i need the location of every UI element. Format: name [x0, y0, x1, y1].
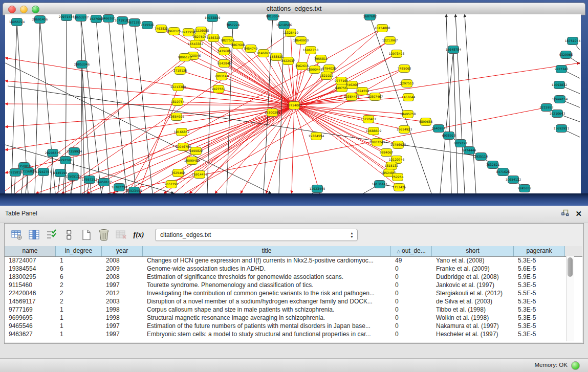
graph-node[interactable]: 12213967: [382, 37, 398, 45]
column-header-name[interactable]: name: [5, 246, 56, 256]
graph-node[interactable]: 10653287: [73, 14, 89, 21]
table-row[interactable]: 1872400712008Changes of HCN gene express…: [5, 256, 565, 265]
graph-edge[interactable]: [440, 50, 453, 193]
graph-node[interactable]: 7485063: [398, 65, 411, 73]
table-row[interactable]: 969969511998Structural magnetic resonanc…: [5, 314, 565, 322]
graph-node[interactable]: 9245652: [518, 185, 532, 192]
graph-node[interactable]: 2687682: [363, 14, 377, 20]
graph-node[interactable]: 8454749: [244, 45, 258, 53]
graph-edge[interactable]: [370, 16, 431, 193]
graph-node[interactable]: 19166852: [174, 128, 190, 136]
scrollbar-thumb[interactable]: [568, 257, 573, 277]
column-header-short[interactable]: short: [432, 246, 514, 256]
graph-node[interactable]: 1810754: [171, 98, 185, 106]
graph-node[interactable]: 6938923: [442, 132, 456, 140]
graph-edge[interactable]: [5, 81, 294, 105]
graph-node[interactable]: 9242845: [217, 60, 231, 68]
graph-node[interactable]: 7857224: [226, 21, 240, 29]
graph-node[interactable]: 18640910: [293, 37, 309, 45]
table-row[interactable]: 911546021997Tourette syndrome. Phenomeno…: [5, 281, 565, 289]
graph-edge[interactable]: [81, 64, 82, 193]
float-window-icon[interactable]: [561, 209, 569, 218]
graph-edge[interactable]: [35, 19, 40, 193]
graph-node[interactable]: 12942757: [36, 168, 52, 176]
network-view[interactable]: 1405572420691406209714361065328715276026…: [5, 14, 581, 193]
graph-node[interactable]: 10990448: [307, 66, 323, 74]
graph-node[interactable]: 9499822: [189, 147, 203, 155]
graph-node[interactable]: 6466160: [102, 15, 116, 23]
graph-node[interactable]: 1463644: [402, 94, 416, 101]
graph-node[interactable]: 5479685: [217, 48, 231, 55]
graph-edge[interactable]: [465, 14, 476, 193]
row-height-icon[interactable]: [62, 228, 76, 242]
graph-node[interactable]: 11325419: [283, 29, 299, 37]
graph-node[interactable]: 746266: [346, 81, 358, 89]
graph-node[interactable]: 2803144: [215, 73, 229, 80]
graph-node[interactable]: 9827505: [193, 33, 207, 41]
graph-edge[interactable]: [294, 50, 311, 105]
graph-node[interactable]: 8471626: [496, 168, 510, 176]
table-row[interactable]: 946554611997Estimation of the future num…: [5, 322, 565, 330]
graph-node[interactable]: 16154808: [375, 25, 390, 32]
graph-node[interactable]: 16210643: [550, 110, 565, 118]
graph-edge[interactable]: [453, 50, 458, 193]
column-header-year[interactable]: year: [102, 246, 143, 256]
graph-node[interactable]: 15720407: [361, 116, 377, 123]
vertical-scrollbar[interactable]: [566, 256, 574, 341]
graph-node[interactable]: 20853346: [74, 61, 90, 69]
graph-node[interactable]: 19756928: [390, 141, 406, 149]
graph-edge[interactable]: [123, 40, 390, 193]
graph-node[interactable]: 9884067: [380, 149, 394, 157]
graph-edge[interactable]: [11, 22, 17, 193]
graph-node[interactable]: 1297510: [400, 80, 414, 87]
graph-node[interactable]: 12213389: [170, 83, 186, 91]
graph-node[interactable]: 8813054: [266, 14, 280, 20]
graph-node[interactable]: 2867608: [231, 41, 245, 49]
graph-node[interactable]: 19218506: [276, 21, 292, 29]
graph-node[interactable]: 12505115: [66, 173, 81, 181]
graph-node[interactable]: 19654923: [397, 126, 412, 134]
graph-node[interactable]: 16648784: [446, 46, 462, 54]
table-row[interactable]: 1456911722003Disruption of a novel membe…: [5, 297, 565, 305]
graph-node[interactable]: 9794028: [322, 65, 336, 73]
graph-node[interactable]: 9427552: [212, 85, 226, 93]
graph-node[interactable]: 1640954: [432, 125, 446, 133]
graph-node[interactable]: 10654112: [506, 176, 521, 184]
graph-node[interactable]: 7632621: [486, 161, 500, 169]
graph-node[interactable]: 3824554: [356, 87, 369, 95]
graph-node[interactable]: 20971436: [59, 14, 75, 21]
function-builder-icon[interactable]: f(x): [132, 228, 146, 242]
graph-node[interactable]: 6879197: [454, 140, 468, 147]
graph-node[interactable]: 17359924: [67, 148, 82, 156]
graph-node[interactable]: 16961758: [303, 47, 319, 54]
graph-node[interactable]: 14136141: [372, 181, 388, 188]
graph-edge[interactable]: [113, 105, 294, 193]
graph-node[interactable]: 7625402: [171, 169, 185, 177]
show-column-icon[interactable]: [27, 228, 41, 242]
network-window-titlebar[interactable]: citations_edges.txt: [3, 3, 585, 15]
graph-node[interactable]: 8960125: [167, 28, 181, 35]
graph-node[interactable]: 20691406: [32, 16, 48, 24]
network-svg[interactable]: 1405572420691406209714361065328715276026…: [5, 14, 581, 193]
graph-node[interactable]: 1527602: [90, 15, 103, 23]
graph-node[interactable]: 9899685: [419, 118, 433, 126]
graph-node[interactable]: 3915813: [9, 169, 23, 177]
graph-node[interactable]: 12923445: [310, 185, 325, 193]
graph-node[interactable]: 752254: [392, 173, 404, 181]
graph-node[interactable]: 9227343: [555, 65, 569, 73]
column-header-in_degree[interactable]: in_degree: [56, 246, 102, 256]
graph-node[interactable]: 9297588: [59, 157, 73, 164]
graph-edge[interactable]: [189, 105, 294, 193]
graph-node[interactable]: 12444154: [552, 96, 568, 103]
graph-node[interactable]: 18495758: [400, 111, 416, 118]
graph-node[interactable]: 9896123: [178, 54, 192, 61]
table-row[interactable]: 1830029562008Estimation of significance …: [5, 273, 565, 281]
table-row[interactable]: 946362711997Embryonic stem cells: a mode…: [5, 330, 565, 338]
graph-node[interactable]: 2718126: [173, 67, 187, 75]
graph-node[interactable]: 19384554: [309, 133, 324, 140]
graph-node[interactable]: 4671385: [128, 19, 142, 27]
graph-node[interactable]: 9474444: [463, 147, 476, 155]
graph-node[interactable]: 8186328: [207, 34, 221, 42]
graph-node[interactable]: 15751074: [565, 37, 581, 45]
graph-edge[interactable]: [135, 23, 153, 193]
